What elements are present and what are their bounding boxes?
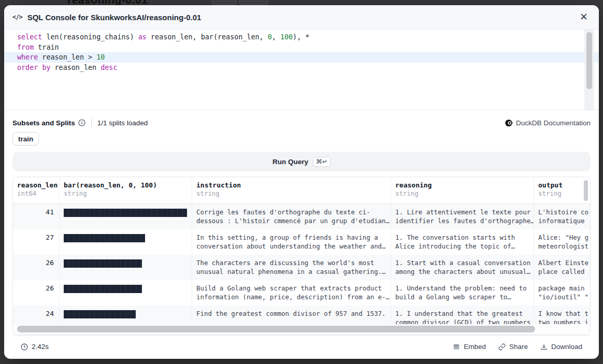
modal-header: </> SQL Console for SkunkworksAI/reasoni… <box>4 5 599 30</box>
modal-footer: 2.42s Embed Share <box>12 335 591 358</box>
modal-title: SQL Console for SkunkworksAI/reasoning-0… <box>27 13 202 22</box>
bar-chart-rect <box>64 259 142 268</box>
modal-body: Subsets and Splits 1/1 splits loaded Duc… <box>4 110 599 359</box>
download-icon <box>540 343 548 351</box>
split-chips-row: train <box>12 132 591 145</box>
column-name: instruction <box>196 181 386 189</box>
cell-bar <box>60 255 192 280</box>
column-type: string <box>395 190 529 197</box>
sql-token: as <box>138 33 147 41</box>
query-duration-value: 2.42s <box>32 343 49 351</box>
bar-chart-rect <box>64 310 136 318</box>
sql-token: order <box>17 64 38 71</box>
editor-scrollbar-thumb[interactable] <box>586 32 592 89</box>
embed-icon <box>453 343 460 351</box>
cell-bar <box>60 280 192 305</box>
table-header-row: reason_lenint64bar(reason_len, 0, 100)st… <box>13 177 591 204</box>
sql-editor-line[interactable]: order by reason_len desc <box>4 63 599 73</box>
duckdb-documentation-label: DuckDB Documentation <box>516 119 591 127</box>
bar-chart-rect <box>64 209 187 217</box>
cell-reasoning: 1. Understand the problem: need to build… <box>391 280 534 305</box>
sql-token: where <box>17 53 38 61</box>
sql-token: desc <box>101 64 117 71</box>
column-name: reasoning <box>395 181 529 189</box>
link-icon <box>498 343 506 351</box>
embed-button[interactable]: Embed <box>453 343 486 351</box>
table-row[interactable]: 26Build a Golang web scraper that extrac… <box>13 280 591 305</box>
sql-token: select <box>17 33 42 41</box>
cell-output: Albert Einste place called <box>534 255 591 280</box>
sql-token: , <box>272 33 280 41</box>
keyboard-shortcut-badge: ⌘↵ <box>313 157 331 167</box>
duckdb-documentation-link[interactable]: DuckDB Documentation <box>505 119 591 127</box>
cell-reasoning: 1. The conversation starts with Alice in… <box>391 229 534 255</box>
sql-editor[interactable]: select len(reasoning_chains) as reason_l… <box>4 30 599 110</box>
share-button[interactable]: Share <box>498 343 528 351</box>
table-row[interactable]: 41Corrige les fautes d'orthographe du te… <box>13 204 591 229</box>
cell-output: Alice: "Hey g meteorologist <box>534 229 591 255</box>
sql-editor-line[interactable]: from train <box>4 42 599 53</box>
column-name: bar(reason_len, 0, 100) <box>64 181 188 189</box>
table-row[interactable]: 27In this setting, a group of friends is… <box>13 229 591 255</box>
cell-reasoning: 1. Start with a casual conversation amon… <box>391 255 534 280</box>
column-header-bar-reason-len-0-100-[interactable]: bar(reason_len, 0, 100)string <box>60 177 192 203</box>
column-type: string <box>196 190 386 197</box>
column-type: string <box>538 190 591 197</box>
sql-token: 0 <box>268 33 272 41</box>
run-query-button[interactable]: Run Query ⌘↵ <box>12 152 591 171</box>
cell-reason-len: 27 <box>13 229 60 255</box>
query-duration: 2.42s <box>21 343 49 351</box>
sql-token: by <box>42 64 50 71</box>
cell-output: package main "io/ioutil" " <box>534 280 591 305</box>
sql-editor-line[interactable]: select len(reasoning_chains) as reason_l… <box>4 32 599 42</box>
sql-token: train <box>34 43 59 51</box>
cell-instruction: In this setting, a group of friends is h… <box>192 229 391 255</box>
sql-token: reason_len > <box>38 53 96 61</box>
horizontal-scrollbar-track <box>13 324 590 334</box>
share-label: Share <box>509 343 528 351</box>
bar-chart-rect <box>64 234 145 242</box>
cell-bar <box>60 204 192 229</box>
column-header-reason-len[interactable]: reason_lenint64 <box>13 177 60 203</box>
cell-reason-len: 26 <box>13 280 60 305</box>
clock-icon <box>21 343 28 351</box>
bar-chart-rect <box>64 285 142 293</box>
column-type: string <box>64 190 188 197</box>
splits-loaded-status: 1/1 splits loaded <box>97 119 148 127</box>
duckdb-logo-icon <box>505 119 513 127</box>
sql-token: from <box>17 43 34 51</box>
close-icon[interactable]: ✕ <box>577 10 591 24</box>
cell-instruction: The characters are discussing the world'… <box>192 255 391 280</box>
background-ghost-button <box>212 0 237 5</box>
table-row[interactable]: 26The characters are discussing the worl… <box>13 255 591 280</box>
cell-bar <box>60 229 192 255</box>
sql-token: reason_len, bar(reason_len, <box>147 33 268 41</box>
sql-token: len(reasoning_chains) <box>42 33 138 41</box>
cell-reason-len: 41 <box>13 204 60 229</box>
column-type: int64 <box>17 190 55 197</box>
sql-console-modal: </> SQL Console for SkunkworksAI/reasoni… <box>4 5 599 359</box>
editor-scrollbar-track <box>584 30 594 110</box>
sql-editor-line[interactable]: where reason_len > 10 <box>4 52 599 63</box>
sql-token: 10 <box>96 53 105 61</box>
sql-token: ), * <box>293 33 309 41</box>
column-name: output <box>538 181 591 189</box>
column-header-instruction[interactable]: instructionstring <box>192 177 391 203</box>
modal-bottom-padding <box>12 358 591 359</box>
cell-output: L'histoire co informatique <box>534 204 591 229</box>
column-header-reasoning[interactable]: reasoningstring <box>391 177 534 203</box>
run-query-label: Run Query <box>272 158 308 166</box>
embed-label: Embed <box>464 343 486 351</box>
info-icon[interactable] <box>78 119 85 126</box>
divider <box>91 119 92 127</box>
cell-reasoning: 1. Lire attentivement le texte pour iden… <box>391 204 534 229</box>
horizontal-scrollbar-thumb[interactable] <box>17 326 535 332</box>
vertical-scrollbar-thumb[interactable] <box>584 180 588 201</box>
footer-actions: Embed Share Download <box>453 343 582 351</box>
download-button[interactable]: Download <box>540 343 582 351</box>
column-header-output[interactable]: outputstring <box>534 177 591 203</box>
split-chip-train[interactable]: train <box>12 132 39 145</box>
cell-reason-len: 26 <box>13 255 60 280</box>
cell-instruction: Corrige les fautes d'orthographe du text… <box>192 204 391 229</box>
sql-token: 100 <box>280 33 293 41</box>
